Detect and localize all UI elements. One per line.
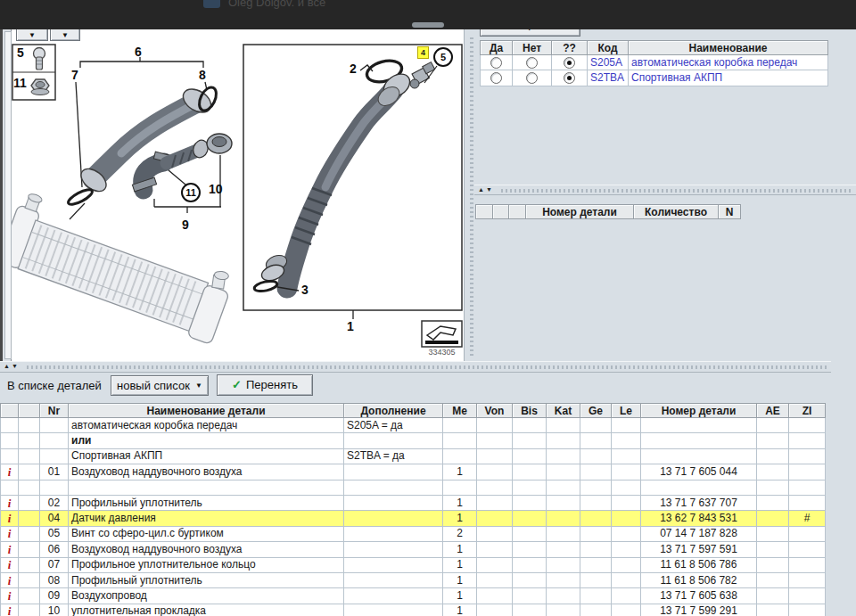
info-icon[interactable]: i: [1, 604, 19, 616]
diagram-callout-8[interactable]: 8: [199, 68, 206, 82]
cell: [580, 557, 612, 572]
cell: [477, 526, 513, 541]
cell: [344, 464, 443, 480]
radio-yes[interactable]: [490, 72, 502, 84]
info-icon[interactable]: i: [1, 464, 19, 480]
cell: [580, 433, 612, 448]
diagram-callout-6[interactable]: 6: [135, 45, 142, 59]
parts-row[interactable]: i09Воздухопровод113 71 7 605 638: [1, 588, 826, 604]
info-icon[interactable]: i: [1, 557, 19, 572]
diagram-callout-7[interactable]: 7: [71, 68, 78, 82]
option-code-link[interactable]: S205A: [588, 55, 629, 70]
diagram-canvas[interactable]: [12, 29, 464, 361]
cell: [477, 495, 513, 510]
parts-row[interactable]: i02Профильный уплотнитель113 71 7 637 70…: [1, 495, 826, 510]
column-header: Von: [477, 404, 513, 418]
chevron-down-icon: ▼: [195, 376, 202, 395]
info-icon[interactable]: i: [1, 511, 19, 526]
parts-row[interactable]: Спортивная АКППS2TBA = да: [1, 448, 826, 464]
info-icon[interactable]: i: [1, 542, 19, 557]
radio-no[interactable]: [526, 57, 538, 69]
cell: [40, 433, 69, 448]
vertical-pane-splitter[interactable]: [464, 29, 478, 361]
cell: [612, 572, 641, 587]
cell: автоматическая коробка передач: [69, 418, 344, 433]
parts-row[interactable]: i01Воздуховод наддувочного воздуха113 71…: [1, 464, 826, 480]
option-code-link[interactable]: S2TBA: [588, 70, 629, 86]
cell: [19, 418, 40, 433]
diagram-callout-11[interactable]: 11: [181, 183, 201, 202]
diagram-callout-9[interactable]: 9: [182, 218, 189, 232]
parts-row[interactable]: i05Винт со сферо-цил.с буртиком207 14 7 …: [1, 526, 826, 541]
radio-yes[interactable]: [490, 57, 502, 69]
cell: [612, 495, 641, 510]
cell: [547, 572, 580, 587]
cell: [19, 526, 40, 541]
column-header: Наименование детали: [69, 404, 344, 418]
option-row[interactable]: S2TBAСпортивная АКПП: [481, 70, 828, 86]
cell: 05: [40, 526, 69, 541]
cell: Спортивная АКПП: [69, 448, 344, 464]
cell: 13 71 7 637 707: [641, 495, 757, 510]
radio-unknown[interactable]: [564, 57, 575, 69]
parts-row[interactable]: i08Профильный уплотнитель111 61 8 506 78…: [1, 572, 826, 587]
diagram-callout-2[interactable]: 2: [350, 62, 357, 76]
splitter-collapse-arrows[interactable]: ▲▼: [478, 186, 494, 193]
column-header: Kat: [547, 404, 580, 418]
info-icon[interactable]: i: [1, 526, 19, 541]
scrollbar-track[interactable]: [4, 31, 12, 359]
ring-10: [207, 134, 232, 153]
cell: [789, 604, 826, 616]
bottom-pane-splitter[interactable]: ▲▼: [0, 361, 831, 373]
parts-table: NrНаименование деталиДополнениеMeVonBisK…: [0, 403, 826, 616]
apply-button[interactable]: ✓Перенять: [217, 374, 313, 396]
parts-row[interactable]: i06Воздуховод наддувочного воздуха113 71…: [1, 542, 826, 557]
cell: [757, 495, 789, 510]
cell: [477, 464, 513, 480]
cell: [1, 480, 19, 495]
radio-unknown[interactable]: [564, 72, 575, 84]
cell: 11 61 8 506 782: [641, 572, 757, 587]
splitter-collapse-arrows[interactable]: ▲▼: [4, 363, 20, 369]
cell: [612, 557, 641, 572]
column-header: Нет: [513, 41, 552, 55]
diagram-callout-4[interactable]: 4: [417, 46, 429, 59]
diagram-callout-11[interactable]: 11: [13, 76, 27, 90]
diagram-callout-1[interactable]: 1: [347, 319, 354, 333]
right-pane-splitter[interactable]: ▲▼: [474, 185, 856, 195]
diagram-callout-10[interactable]: 10: [209, 182, 223, 196]
info-icon[interactable]: i: [1, 588, 19, 604]
diagram-callout-3[interactable]: 3: [301, 283, 309, 297]
parts-row[interactable]: i04Датчик давления113 62 7 843 531#: [1, 511, 826, 526]
radio-no[interactable]: [526, 72, 538, 84]
parts-row[interactable]: i07Профильное уплотнительное кольцо111 6…: [1, 557, 826, 572]
drag-handle[interactable]: [412, 22, 444, 28]
app-window: 334305 ▼ ▼ Фильтровать ДаНет??КодНаимено…: [0, 0, 856, 616]
cell: [19, 572, 40, 587]
cell: [547, 464, 580, 480]
cell: [547, 604, 580, 616]
diagram-vertical-scrollbar[interactable]: [0, 29, 12, 361]
option-row[interactable]: S205Aавтоматическая коробка передач: [481, 55, 828, 70]
info-icon[interactable]: i: [1, 572, 19, 587]
cell: [612, 480, 641, 495]
diagram-callout-5[interactable]: 5: [17, 45, 24, 60]
parts-row[interactable]: [1, 480, 826, 495]
cell: [344, 557, 443, 572]
cell: 10: [40, 604, 69, 616]
parts-row[interactable]: автоматическая коробка передачS205A = да: [1, 418, 826, 433]
parts-row[interactable]: или: [1, 433, 826, 448]
cell: [19, 542, 40, 557]
parts-list-dropdown[interactable]: новый список ▼: [111, 375, 209, 396]
chevron-down-icon: ▼: [29, 31, 36, 39]
cell: [612, 511, 641, 526]
cell: [477, 572, 513, 587]
cell: [344, 604, 443, 616]
option-name-link[interactable]: Спортивная АКПП: [629, 70, 828, 86]
info-icon[interactable]: i: [1, 495, 19, 510]
parts-row[interactable]: i10уплотнительная прокладка113 71 7 599 …: [1, 604, 826, 616]
option-name-link[interactable]: автоматическая коробка передач: [629, 55, 828, 70]
diagram-callout-5[interactable]: 5: [433, 47, 453, 67]
column-header: Номер детали: [526, 205, 634, 219]
cell: [513, 464, 547, 480]
